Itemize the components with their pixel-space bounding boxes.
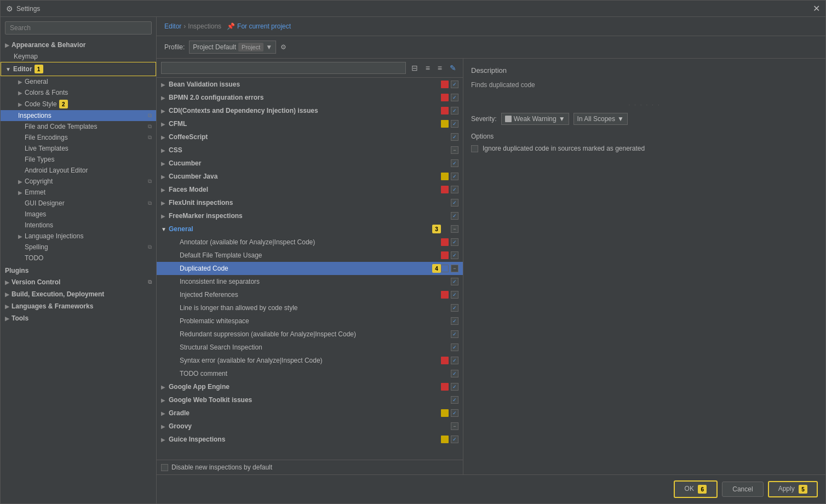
checkbox[interactable] — [451, 133, 458, 141]
sidebar-item-live-templates[interactable]: Live Templates — [1, 143, 156, 154]
expand-all-button[interactable]: ≡ — [423, 62, 432, 73]
insp-annotator[interactable]: Annotator (available for Analyze|Inspect… — [157, 236, 463, 249]
severity-select[interactable]: Weak Warning ▼ — [501, 113, 569, 125]
filter-button[interactable]: ⊟ — [409, 62, 420, 73]
sidebar-item-android-layout[interactable]: Android Layout Editor — [1, 165, 156, 176]
checkbox[interactable] — [451, 238, 458, 246]
search-box[interactable] — [5, 21, 152, 35]
checkbox[interactable] — [451, 370, 458, 377]
sidebar-item-file-encodings[interactable]: File Encodings ⧉ — [1, 132, 156, 143]
profile-select[interactable]: Project Default Project ▼ — [189, 41, 276, 54]
breadcrumb-editor[interactable]: Editor — [164, 22, 181, 30]
insp-todo-comment[interactable]: TODO comment — [157, 367, 463, 380]
cancel-button[interactable]: Cancel — [722, 482, 763, 497]
checkbox[interactable] — [451, 357, 458, 364]
sidebar-item-spelling[interactable]: Spelling ⧉ — [1, 242, 156, 253]
sidebar-item-intentions[interactable]: Intentions — [1, 220, 156, 231]
insp-freemarker[interactable]: ▶ FreeMarker inspections — [157, 209, 463, 222]
checkbox[interactable] — [451, 343, 458, 351]
checkbox[interactable] — [451, 225, 458, 233]
edit-button[interactable]: ✎ — [448, 62, 458, 73]
search-input[interactable] — [5, 21, 152, 35]
checkbox[interactable] — [451, 120, 458, 128]
sidebar-item-todo[interactable]: TODO — [1, 253, 156, 264]
scope-select[interactable]: In All Scopes ▼ — [573, 113, 628, 125]
insp-structural-search[interactable]: Structural Search Inspection — [157, 341, 463, 354]
insp-duplicated-code[interactable]: Duplicated Code 4 — [157, 262, 463, 275]
insp-groovy[interactable]: ▶ Groovy — [157, 420, 463, 433]
insp-injected-refs[interactable]: Injected References — [157, 288, 463, 301]
insp-css[interactable]: ▶ CSS — [157, 144, 463, 157]
collapse-all-button[interactable]: ≡ — [435, 62, 444, 73]
disable-inspections-checkbox[interactable] — [161, 464, 168, 471]
checkbox[interactable] — [451, 265, 458, 272]
checkbox[interactable] — [451, 317, 458, 325]
sidebar-item-version-control[interactable]: ▶ Version Control ⧉ — [1, 276, 156, 288]
sidebar-item-tools[interactable]: ▶ Tools — [1, 312, 156, 324]
insp-flexunit[interactable]: ▶ FlexUnit inspections — [157, 196, 463, 209]
checkbox[interactable] — [451, 422, 458, 430]
option-checkbox[interactable] — [471, 145, 478, 152]
sidebar-item-appearance[interactable]: ▶ Appearance & Behavior — [1, 39, 156, 51]
insp-guice[interactable]: ▶ Guice Inspections — [157, 433, 463, 446]
sidebar-item-images[interactable]: Images — [1, 209, 156, 220]
sidebar-item-build[interactable]: ▶ Build, Execution, Deployment — [1, 288, 156, 300]
insp-problematic-ws[interactable]: Problematic whitespace — [157, 314, 463, 328]
inspections-scroll[interactable]: ▶ Bean Validation issues ▶ BPMN 2.0 conf… — [157, 78, 463, 460]
insp-general[interactable]: ▼ General 3 — [157, 222, 463, 236]
sidebar-item-file-code-templates[interactable]: File and Code Templates ⧉ — [1, 121, 156, 132]
checkbox[interactable] — [451, 436, 458, 443]
insp-coffeescript[interactable]: ▶ CoffeeScript — [157, 130, 463, 144]
sidebar-item-editor[interactable]: ▼ Editor 1 — [1, 62, 156, 76]
insp-default-file-template[interactable]: Default File Template Usage — [157, 249, 463, 262]
checkbox[interactable] — [451, 159, 458, 167]
sidebar-item-lang-injections[interactable]: ▶ Language Injections — [1, 231, 156, 242]
checkbox[interactable] — [451, 278, 458, 285]
checkbox[interactable] — [451, 212, 458, 220]
insp-gwt[interactable]: ▶ Google Web Toolkit issues — [157, 393, 463, 406]
checkbox[interactable] — [451, 173, 458, 180]
insp-cfml[interactable]: ▶ CFML — [157, 117, 463, 130]
insp-gradle[interactable]: ▶ Gradle — [157, 406, 463, 420]
insp-faces-model[interactable]: ▶ Faces Model — [157, 183, 463, 196]
checkbox[interactable] — [451, 199, 458, 207]
checkbox[interactable] — [451, 94, 458, 101]
insp-bpmn[interactable]: ▶ BPMN 2.0 configuration errors — [157, 91, 463, 104]
checkbox[interactable] — [451, 383, 458, 391]
checkbox[interactable] — [451, 396, 458, 404]
checkbox[interactable] — [451, 146, 458, 154]
insp-line-longer[interactable]: Line is longer than allowed by code styl… — [157, 301, 463, 314]
insp-inconsistent-line[interactable]: Inconsistent line separators — [157, 275, 463, 288]
sidebar-item-colors[interactable]: ▶ Colors & Fonts — [1, 87, 156, 98]
sidebar-item-gui-designer[interactable]: GUI Designer ⧉ — [1, 198, 156, 209]
checkbox[interactable] — [451, 291, 458, 299]
sidebar-item-copyright[interactable]: ▶ Copyright ⧉ — [1, 176, 156, 187]
insp-cucumber[interactable]: ▶ Cucumber — [157, 157, 463, 170]
insp-redundant-suppression[interactable]: Redundant suppression (available for Ana… — [157, 328, 463, 341]
inspections-search[interactable] — [161, 62, 406, 74]
insp-cucumber-java[interactable]: ▶ Cucumber Java — [157, 170, 463, 183]
sidebar-item-keymap[interactable]: Keymap — [1, 51, 156, 62]
sidebar-item-codestyle[interactable]: ▶ Code Style 2 — [1, 98, 156, 110]
gear-icon[interactable]: ⚙ — [280, 43, 286, 51]
ok-button[interactable]: OK 6 — [674, 480, 718, 498]
close-button[interactable]: ✕ — [813, 3, 820, 14]
insp-syntax-error[interactable]: Syntax error (available for Analyze|Insp… — [157, 354, 463, 367]
sidebar-item-inspections[interactable]: Inspections ⧉ — [1, 110, 156, 121]
insp-cdi[interactable]: ▶ CDI(Contexts and Dependency Injection)… — [157, 104, 463, 117]
sidebar-item-languages[interactable]: ▶ Languages & Frameworks — [1, 300, 156, 312]
checkbox[interactable] — [451, 251, 458, 259]
resize-handle[interactable]: · · · · · · — [471, 101, 818, 108]
insp-google-app[interactable]: ▶ Google App Engine — [157, 380, 463, 393]
sidebar-item-file-types[interactable]: File Types — [1, 154, 156, 165]
checkbox[interactable] — [451, 330, 458, 338]
checkbox[interactable] — [451, 186, 458, 193]
checkbox[interactable] — [451, 81, 458, 88]
insp-bean-validation[interactable]: ▶ Bean Validation issues — [157, 78, 463, 91]
apply-button[interactable]: Apply 5 — [768, 481, 818, 497]
checkbox[interactable] — [451, 107, 458, 114]
checkbox[interactable] — [451, 409, 458, 417]
checkbox[interactable] — [451, 304, 458, 312]
sidebar-item-emmet[interactable]: ▶ Emmet — [1, 187, 156, 198]
sidebar-item-general[interactable]: ▶ General — [1, 76, 156, 87]
